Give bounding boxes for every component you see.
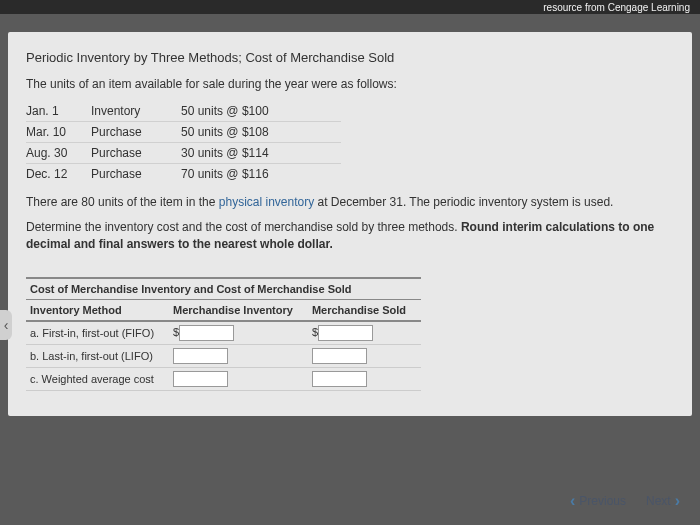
cell-detail: 70 units @ $116 xyxy=(181,164,341,185)
method-weighted: c. Weighted average cost xyxy=(26,368,169,391)
table-row: Jan. 1 Inventory 50 units @ $100 xyxy=(26,101,341,122)
answer-table: Cost of Merchandise Inventory and Cost o… xyxy=(26,277,421,391)
cell-type: Purchase xyxy=(91,143,181,164)
col-header-method: Inventory Method xyxy=(26,300,169,322)
table-row: Aug. 30 Purchase 30 units @ $114 xyxy=(26,143,341,164)
lifo-inventory-input[interactable] xyxy=(173,348,228,364)
content-panel: Periodic Inventory by Three Methods; Cos… xyxy=(8,32,692,416)
intro-text: The units of an item available for sale … xyxy=(26,77,674,91)
table-row: Mar. 10 Purchase 50 units @ $108 xyxy=(26,122,341,143)
cell-type: Inventory xyxy=(91,101,181,122)
lifo-sold-input[interactable] xyxy=(312,348,367,364)
previous-label: Previous xyxy=(579,494,626,508)
table-row: Dec. 12 Purchase 70 units @ $116 xyxy=(26,164,341,185)
cell-detail: 50 units @ $100 xyxy=(181,101,341,122)
page-title: Periodic Inventory by Three Methods; Cos… xyxy=(26,50,674,65)
cell-detail: 30 units @ $114 xyxy=(181,143,341,164)
answer-section: Cost of Merchandise Inventory and Cost o… xyxy=(26,277,674,391)
table-row: a. First-in, first-out (FIFO) $ $ xyxy=(26,321,421,345)
next-button[interactable]: Next › xyxy=(646,492,680,510)
top-bar: resource from Cengage Learning xyxy=(0,0,700,14)
inventory-data-table: Jan. 1 Inventory 50 units @ $100 Mar. 10… xyxy=(26,101,341,184)
chevron-right-icon: › xyxy=(675,492,680,510)
section-header: Cost of Merchandise Inventory and Cost o… xyxy=(26,278,421,300)
bottom-nav: ‹ Previous Next › xyxy=(570,492,680,510)
expand-tab[interactable]: ‹ xyxy=(0,310,12,340)
next-label: Next xyxy=(646,494,671,508)
fifo-sold-input[interactable] xyxy=(318,325,373,341)
fifo-inventory-input[interactable] xyxy=(179,325,234,341)
col-header-inventory: Merchandise Inventory xyxy=(169,300,308,322)
cell-date: Jan. 1 xyxy=(26,101,91,122)
previous-button[interactable]: ‹ Previous xyxy=(570,492,626,510)
chevron-left-icon: ‹ xyxy=(4,317,9,333)
cell-date: Aug. 30 xyxy=(26,143,91,164)
physical-inventory-link[interactable]: physical inventory xyxy=(219,195,314,209)
method-fifo: a. First-in, first-out (FIFO) xyxy=(26,321,169,345)
cell-type: Purchase xyxy=(91,164,181,185)
cell-date: Mar. 10 xyxy=(26,122,91,143)
weighted-inventory-input[interactable] xyxy=(173,371,228,387)
col-header-sold: Merchandise Sold xyxy=(308,300,421,322)
table-row: c. Weighted average cost xyxy=(26,368,421,391)
description-2: Determine the inventory cost and the cos… xyxy=(26,219,674,253)
cell-type: Purchase xyxy=(91,122,181,143)
description-1: There are 80 units of the item in the ph… xyxy=(26,194,674,211)
weighted-sold-input[interactable] xyxy=(312,371,367,387)
cell-date: Dec. 12 xyxy=(26,164,91,185)
method-lifo: b. Last-in, first-out (LIFO) xyxy=(26,345,169,368)
chevron-left-icon: ‹ xyxy=(570,492,575,510)
table-row: b. Last-in, first-out (LIFO) xyxy=(26,345,421,368)
top-bar-text: resource from Cengage Learning xyxy=(543,2,690,13)
cell-detail: 50 units @ $108 xyxy=(181,122,341,143)
